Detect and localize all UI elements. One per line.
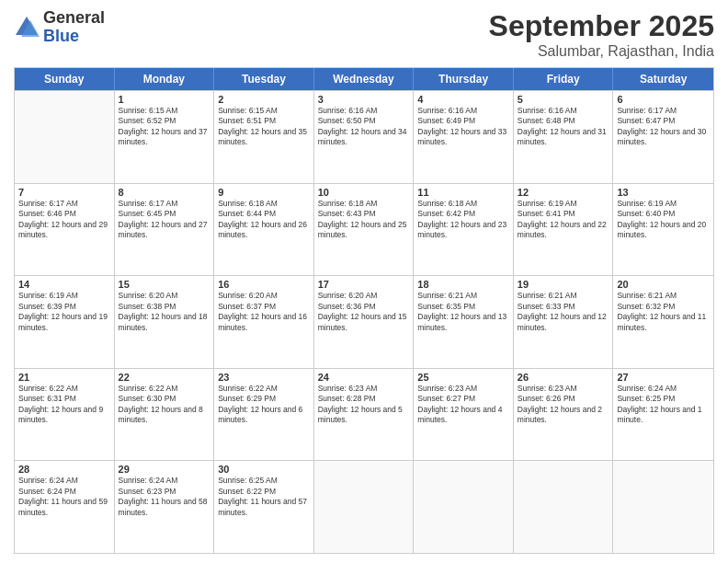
day-cell-empty (314, 461, 415, 553)
day-cell-18: 18Sunrise: 6:21 AM Sunset: 6:35 PM Dayli… (414, 276, 514, 368)
day-cell-3: 3Sunrise: 6:16 AM Sunset: 6:50 PM Daylig… (314, 91, 415, 183)
header-day-thursday: Thursday (414, 68, 514, 90)
calendar-row-3: 21Sunrise: 6:22 AM Sunset: 6:31 PM Dayli… (15, 368, 713, 461)
day-number: 28 (18, 464, 110, 475)
day-info: Sunrise: 6:16 AM Sunset: 6:49 PM Dayligh… (417, 106, 509, 148)
day-number: 23 (218, 372, 310, 383)
day-info: Sunrise: 6:16 AM Sunset: 6:48 PM Dayligh… (518, 106, 609, 148)
calendar-header: SundayMondayTuesdayWednesdayThursdayFrid… (15, 68, 713, 90)
header-day-wednesday: Wednesday (314, 68, 415, 90)
location-subtitle: Salumbar, Rajasthan, India (489, 43, 714, 60)
day-number: 12 (518, 187, 609, 198)
day-number: 17 (318, 279, 410, 290)
day-info: Sunrise: 6:23 AM Sunset: 6:28 PM Dayligh… (318, 384, 410, 426)
day-info: Sunrise: 6:23 AM Sunset: 6:26 PM Dayligh… (518, 384, 609, 426)
day-cell-14: 14Sunrise: 6:19 AM Sunset: 6:39 PM Dayli… (15, 276, 115, 368)
day-number: 9 (218, 187, 310, 198)
day-cell-16: 16Sunrise: 6:20 AM Sunset: 6:37 PM Dayli… (214, 276, 314, 368)
header-day-saturday: Saturday (613, 68, 713, 90)
day-info: Sunrise: 6:20 AM Sunset: 6:38 PM Dayligh… (119, 291, 210, 333)
day-cell-21: 21Sunrise: 6:22 AM Sunset: 6:31 PM Dayli… (15, 369, 115, 461)
day-number: 18 (417, 279, 509, 290)
title-block: September 2025 Salumbar, Rajasthan, Indi… (489, 9, 714, 60)
day-info: Sunrise: 6:24 AM Sunset: 6:23 PM Dayligh… (119, 476, 210, 518)
day-cell-empty (514, 461, 614, 553)
logo: General Blue (14, 9, 105, 46)
day-number: 6 (617, 94, 710, 105)
day-cell-13: 13Sunrise: 6:19 AM Sunset: 6:40 PM Dayli… (613, 184, 713, 276)
day-cell-2: 2Sunrise: 6:15 AM Sunset: 6:51 PM Daylig… (214, 91, 314, 183)
day-number: 21 (18, 372, 110, 383)
day-cell-17: 17Sunrise: 6:20 AM Sunset: 6:36 PM Dayli… (314, 276, 415, 368)
logo-icon (14, 15, 40, 40)
day-number: 25 (417, 372, 509, 383)
day-number: 29 (119, 464, 210, 475)
calendar-row-1: 7Sunrise: 6:17 AM Sunset: 6:46 PM Daylig… (15, 183, 713, 276)
day-info: Sunrise: 6:17 AM Sunset: 6:46 PM Dayligh… (18, 199, 110, 241)
day-cell-11: 11Sunrise: 6:18 AM Sunset: 6:42 PM Dayli… (414, 184, 514, 276)
header-day-friday: Friday (514, 68, 614, 90)
day-info: Sunrise: 6:21 AM Sunset: 6:33 PM Dayligh… (518, 291, 609, 333)
calendar-row-2: 14Sunrise: 6:19 AM Sunset: 6:39 PM Dayli… (15, 275, 713, 368)
day-number: 27 (617, 372, 710, 383)
day-number: 10 (318, 187, 410, 198)
day-info: Sunrise: 6:21 AM Sunset: 6:35 PM Dayligh… (417, 291, 509, 333)
calendar-row-4: 28Sunrise: 6:24 AM Sunset: 6:24 PM Dayli… (15, 460, 713, 553)
day-cell-9: 9Sunrise: 6:18 AM Sunset: 6:44 PM Daylig… (214, 184, 314, 276)
logo-general: General (43, 9, 105, 28)
day-cell-29: 29Sunrise: 6:24 AM Sunset: 6:23 PM Dayli… (115, 461, 215, 553)
day-cell-8: 8Sunrise: 6:17 AM Sunset: 6:45 PM Daylig… (115, 184, 215, 276)
day-cell-1: 1Sunrise: 6:15 AM Sunset: 6:52 PM Daylig… (115, 91, 215, 183)
day-number: 19 (518, 279, 609, 290)
header-day-tuesday: Tuesday (214, 68, 314, 90)
day-number: 5 (518, 94, 609, 105)
day-number: 22 (119, 372, 210, 383)
month-title: September 2025 (489, 9, 714, 43)
day-info: Sunrise: 6:25 AM Sunset: 6:22 PM Dayligh… (218, 476, 310, 518)
day-cell-25: 25Sunrise: 6:23 AM Sunset: 6:27 PM Dayli… (414, 369, 514, 461)
logo-text: General Blue (43, 9, 105, 46)
day-info: Sunrise: 6:21 AM Sunset: 6:32 PM Dayligh… (617, 291, 710, 333)
day-info: Sunrise: 6:18 AM Sunset: 6:43 PM Dayligh… (318, 199, 410, 241)
day-info: Sunrise: 6:24 AM Sunset: 6:24 PM Dayligh… (18, 476, 110, 518)
day-info: Sunrise: 6:22 AM Sunset: 6:30 PM Dayligh… (119, 384, 210, 426)
day-number: 16 (218, 279, 310, 290)
logo-blue: Blue (43, 28, 105, 46)
day-cell-24: 24Sunrise: 6:23 AM Sunset: 6:28 PM Dayli… (314, 369, 415, 461)
day-cell-26: 26Sunrise: 6:23 AM Sunset: 6:26 PM Dayli… (514, 369, 614, 461)
day-number: 7 (18, 187, 110, 198)
day-info: Sunrise: 6:18 AM Sunset: 6:42 PM Dayligh… (417, 199, 509, 241)
calendar-body: 1Sunrise: 6:15 AM Sunset: 6:52 PM Daylig… (15, 90, 713, 553)
day-info: Sunrise: 6:19 AM Sunset: 6:41 PM Dayligh… (518, 199, 609, 241)
day-number: 26 (518, 372, 609, 383)
day-info: Sunrise: 6:17 AM Sunset: 6:45 PM Dayligh… (119, 199, 210, 241)
day-cell-30: 30Sunrise: 6:25 AM Sunset: 6:22 PM Dayli… (214, 461, 314, 553)
day-cell-empty (414, 461, 514, 553)
day-cell-empty (613, 461, 713, 553)
header-day-sunday: Sunday (15, 68, 115, 90)
day-cell-7: 7Sunrise: 6:17 AM Sunset: 6:46 PM Daylig… (15, 184, 115, 276)
header-day-monday: Monday (115, 68, 215, 90)
day-cell-4: 4Sunrise: 6:16 AM Sunset: 6:49 PM Daylig… (414, 91, 514, 183)
day-number: 30 (218, 464, 310, 475)
day-info: Sunrise: 6:15 AM Sunset: 6:52 PM Dayligh… (119, 106, 210, 148)
day-info: Sunrise: 6:20 AM Sunset: 6:36 PM Dayligh… (318, 291, 410, 333)
day-info: Sunrise: 6:22 AM Sunset: 6:31 PM Dayligh… (18, 384, 110, 426)
day-cell-22: 22Sunrise: 6:22 AM Sunset: 6:30 PM Dayli… (115, 369, 215, 461)
day-cell-15: 15Sunrise: 6:20 AM Sunset: 6:38 PM Dayli… (115, 276, 215, 368)
day-info: Sunrise: 6:16 AM Sunset: 6:50 PM Dayligh… (318, 106, 410, 148)
day-number: 1 (119, 94, 210, 105)
day-info: Sunrise: 6:22 AM Sunset: 6:29 PM Dayligh… (218, 384, 310, 426)
day-cell-27: 27Sunrise: 6:24 AM Sunset: 6:25 PM Dayli… (613, 369, 713, 461)
day-cell-23: 23Sunrise: 6:22 AM Sunset: 6:29 PM Dayli… (214, 369, 314, 461)
header: General Blue September 2025 Salumbar, Ra… (14, 9, 714, 60)
calendar: SundayMondayTuesdayWednesdayThursdayFrid… (14, 67, 714, 554)
day-info: Sunrise: 6:18 AM Sunset: 6:44 PM Dayligh… (218, 199, 310, 241)
day-cell-20: 20Sunrise: 6:21 AM Sunset: 6:32 PM Dayli… (613, 276, 713, 368)
day-cell-12: 12Sunrise: 6:19 AM Sunset: 6:41 PM Dayli… (514, 184, 614, 276)
day-info: Sunrise: 6:19 AM Sunset: 6:39 PM Dayligh… (18, 291, 110, 333)
day-info: Sunrise: 6:15 AM Sunset: 6:51 PM Dayligh… (218, 106, 310, 148)
day-number: 8 (119, 187, 210, 198)
day-number: 15 (119, 279, 210, 290)
day-cell-10: 10Sunrise: 6:18 AM Sunset: 6:43 PM Dayli… (314, 184, 415, 276)
